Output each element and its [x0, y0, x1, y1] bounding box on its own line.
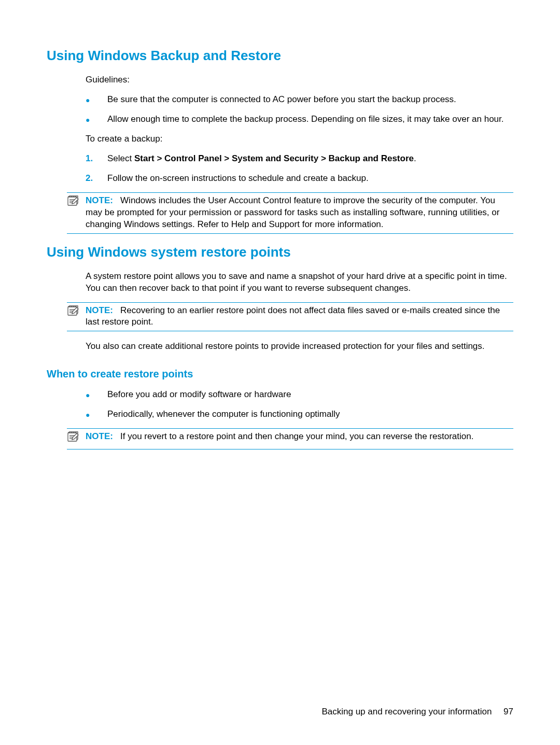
note-icon — [67, 431, 86, 446]
step-text: Select Start > Control Panel > System an… — [107, 153, 513, 165]
bullet-icon: ● — [86, 94, 107, 106]
page-content: Using Windows Backup and Restore Guideli… — [0, 0, 560, 449]
bullet-text: Before you add or modify software or har… — [107, 389, 513, 401]
note-label: NOTE: — [86, 195, 113, 205]
restore-additional: You also can create additional restore p… — [86, 341, 513, 353]
step-path: Start > Control Panel > System and Secur… — [134, 153, 414, 163]
bullet-icon: ● — [86, 114, 107, 125]
step-prefix: Select — [107, 153, 134, 163]
guidelines-bullets: ● Be sure that the computer is connected… — [86, 94, 513, 125]
note-label: NOTE: — [86, 431, 113, 441]
bullet-text: Periodically, whenever the computer is f… — [107, 409, 513, 420]
footer-page-number: 97 — [503, 707, 513, 716]
list-item: ● Periodically, whenever the computer is… — [86, 409, 513, 420]
note-body: Windows includes the User Account Contro… — [86, 195, 499, 229]
step-number: 2. — [86, 173, 107, 185]
note-content: NOTE: Recovering to an earlier restore p… — [86, 305, 513, 329]
bullet-icon: ● — [86, 409, 107, 420]
restore-intro: A system restore point allows you to sav… — [86, 271, 513, 294]
guidelines-label: Guidelines: — [86, 74, 513, 86]
note-icon — [67, 195, 86, 210]
bullet-icon: ● — [86, 389, 107, 401]
note-box: NOTE: If you revert to a restore point a… — [67, 428, 513, 449]
note-body: If you revert to a restore point and the… — [120, 431, 473, 441]
heading-backup-restore: Using Windows Backup and Restore — [47, 47, 513, 65]
note-box: NOTE: Recovering to an earlier restore p… — [67, 302, 513, 332]
heading-when-create: When to create restore points — [47, 367, 513, 381]
list-item: 1. Select Start > Control Panel > System… — [86, 153, 513, 165]
list-item: ● Be sure that the computer is connected… — [86, 94, 513, 106]
create-backup-label: To create a backup: — [86, 133, 513, 145]
page-footer: Backing up and recovering your informati… — [321, 706, 513, 718]
bullet-text: Allow enough time to complete the backup… — [107, 114, 513, 125]
heading-restore-points: Using Windows system restore points — [47, 243, 513, 261]
footer-text: Backing up and recovering your informati… — [321, 707, 492, 716]
note-icon — [67, 305, 86, 320]
step-text: Follow the on-screen instructions to sch… — [107, 173, 513, 185]
step-suffix: . — [414, 153, 416, 163]
note-content: NOTE: If you revert to a restore point a… — [86, 431, 513, 443]
note-box: NOTE: Windows includes the User Account … — [67, 192, 513, 234]
bullet-text: Be sure that the computer is connected t… — [107, 94, 513, 106]
note-body: Recovering to an earlier restore point d… — [86, 305, 500, 327]
when-create-bullets: ● Before you add or modify software or h… — [86, 389, 513, 420]
step-number: 1. — [86, 153, 107, 165]
note-label: NOTE: — [86, 305, 113, 315]
list-item: ● Before you add or modify software or h… — [86, 389, 513, 401]
create-backup-steps: 1. Select Start > Control Panel > System… — [86, 153, 513, 185]
note-content: NOTE: Windows includes the User Account … — [86, 195, 513, 231]
list-item: 2. Follow the on-screen instructions to … — [86, 173, 513, 185]
list-item: ● Allow enough time to complete the back… — [86, 114, 513, 125]
